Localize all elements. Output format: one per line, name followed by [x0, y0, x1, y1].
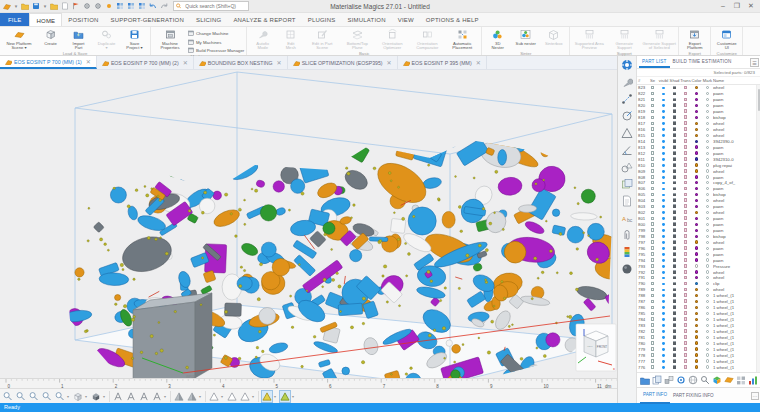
marker-icon[interactable]: [706, 348, 709, 351]
part-row[interactable]: 7861 wheel_(1: [637, 305, 760, 311]
part-row[interactable]: 7821 wheel_(1: [637, 328, 760, 334]
color-swatch[interactable]: [695, 252, 698, 255]
part-row[interactable]: 7811 wheel_(1: [637, 334, 760, 340]
part-row[interactable]: 795pawn: [637, 251, 760, 257]
visible-indicator[interactable]: [662, 87, 665, 90]
save-icon[interactable]: [31, 1, 41, 11]
marker-icon[interactable]: [706, 235, 709, 238]
part-row[interactable]: 822pawn: [637, 91, 760, 97]
visible-indicator[interactable]: [662, 164, 665, 167]
visible-indicator[interactable]: [662, 289, 665, 292]
select-checkbox[interactable]: [651, 205, 655, 209]
color-swatch[interactable]: [695, 163, 698, 166]
visible-indicator[interactable]: [662, 128, 665, 131]
visible-indicator[interactable]: [662, 324, 665, 327]
select-checkbox[interactable]: [651, 317, 655, 321]
select-checkbox[interactable]: [651, 133, 655, 137]
transparency-icon[interactable]: [684, 305, 688, 309]
visible-indicator[interactable]: [662, 188, 665, 191]
transparency-icon[interactable]: [684, 98, 688, 102]
marker-icon[interactable]: [706, 270, 709, 273]
build-processor-manager-button[interactable]: Build Processor Manager: [188, 47, 244, 54]
part-list-menu-button[interactable]: ☰: [750, 58, 759, 67]
marker-icon[interactable]: [706, 92, 709, 95]
shading-icon[interactable]: [673, 181, 677, 185]
ribbon-tab-options-help[interactable]: OPTIONS & HELP: [420, 13, 485, 26]
marker-icon[interactable]: [706, 300, 709, 303]
visible-indicator[interactable]: [662, 312, 665, 315]
color-swatch[interactable]: [695, 86, 698, 89]
transparency-icon[interactable]: [684, 204, 688, 208]
part-row[interactable]: 7841 wheel_(1: [637, 317, 760, 323]
transparency-icon[interactable]: [684, 86, 688, 90]
orientation-optimizer-button[interactable]: OrientationOptimizer: [375, 28, 409, 51]
marker-icon[interactable]: [706, 116, 709, 119]
select-checkbox[interactable]: [651, 169, 655, 173]
transparency-icon[interactable]: [684, 258, 688, 262]
select-checkbox[interactable]: [651, 145, 655, 149]
color-swatch[interactable]: [695, 151, 698, 154]
visible-indicator[interactable]: [662, 152, 665, 155]
select-checkbox[interactable]: [651, 127, 655, 131]
ribbon-tab-slicing[interactable]: SLICING: [190, 13, 227, 26]
attachment-button[interactable]: [620, 228, 634, 242]
visible-indicator[interactable]: [662, 277, 665, 280]
visible-indicator[interactable]: [662, 300, 665, 303]
select-checkbox[interactable]: [651, 252, 655, 256]
visible-indicator[interactable]: [662, 229, 665, 232]
part-row[interactable]: 789wheel: [637, 287, 760, 293]
duplicate-part-icon[interactable]: [663, 375, 674, 386]
part-row[interactable]: 8143942390-0: [637, 138, 760, 144]
select-checkbox[interactable]: [651, 288, 655, 292]
shading-icon[interactable]: [673, 222, 677, 226]
standard-views-button[interactable]: [72, 390, 84, 403]
text-tool-button[interactable]: Abc: [620, 211, 634, 225]
part-row[interactable]: 819pawn: [637, 109, 760, 115]
shading-icon[interactable]: [673, 317, 677, 321]
open-project-icon[interactable]: [20, 1, 30, 11]
marker-icon[interactable]: [706, 152, 709, 155]
select-checkbox[interactable]: [651, 347, 655, 351]
visible-indicator[interactable]: [662, 360, 665, 363]
part-row[interactable]: 812pawn: [637, 150, 760, 156]
sub-nester-button[interactable]: Sub nester: [512, 28, 539, 46]
color-swatch[interactable]: [695, 330, 698, 333]
part-row[interactable]: 818bishop: [637, 115, 760, 121]
transparency-icon[interactable]: [684, 282, 688, 286]
marker-icon[interactable]: [706, 199, 709, 202]
visible-indicator[interactable]: [662, 306, 665, 309]
machine-properties-button[interactable]: MachineProperties: [153, 28, 187, 51]
shading-icon[interactable]: [673, 305, 677, 309]
shading-icon[interactable]: [673, 198, 677, 202]
visible-indicator[interactable]: [662, 271, 665, 274]
color-swatch[interactable]: [695, 294, 698, 297]
shading-icon[interactable]: [673, 282, 677, 286]
dropdown-caret-icon[interactable]: ▾: [42, 1, 48, 11]
visible-indicator[interactable]: [662, 116, 665, 119]
select-checkbox[interactable]: [651, 86, 655, 90]
marker-icon[interactable]: [706, 193, 709, 196]
transparency-icon[interactable]: [684, 365, 688, 369]
transparency-icon[interactable]: [684, 246, 688, 250]
marker-icon[interactable]: [706, 128, 709, 131]
copy-part-icon[interactable]: [651, 375, 662, 386]
part-row[interactable]: 821pawn: [637, 97, 760, 103]
select-checkbox[interactable]: [651, 151, 655, 155]
visible-indicator[interactable]: [662, 253, 665, 256]
maximize-button[interactable]: ❐: [730, 0, 744, 12]
visible-indicator[interactable]: [662, 146, 665, 149]
visible-indicator[interactable]: [662, 93, 665, 96]
zoom-selection-button[interactable]: [54, 390, 66, 403]
part-row[interactable]: 798bishop: [637, 233, 760, 239]
color-swatch[interactable]: [695, 324, 698, 327]
select-checkbox[interactable]: [651, 240, 655, 244]
dropdown-caret-icon[interactable]: ▾: [252, 394, 256, 399]
zoom-window-button[interactable]: [41, 390, 53, 403]
color-swatch[interactable]: [695, 282, 698, 285]
marker-icon[interactable]: [706, 134, 709, 137]
select-checkbox[interactable]: [651, 163, 655, 167]
marker-icon[interactable]: [706, 140, 709, 143]
shading-icon[interactable]: [673, 86, 677, 90]
ribbon-tab-analyze-report[interactable]: ANALYZE & REPORT: [227, 13, 301, 26]
marker-icon[interactable]: [706, 175, 709, 178]
